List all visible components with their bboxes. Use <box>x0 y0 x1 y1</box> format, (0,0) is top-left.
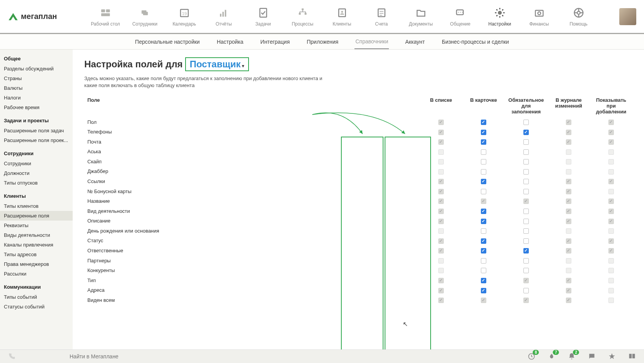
checkbox[interactable] <box>481 238 486 244</box>
topnav-8[interactable]: Документы <box>403 7 439 27</box>
sidebar-item[interactable]: Типы событий <box>0 292 73 302</box>
phone-icon[interactable] <box>8 353 15 360</box>
checkbox[interactable] <box>481 248 486 253</box>
sidebar-item[interactable]: Типы клиентов <box>0 201 73 211</box>
checkbox <box>566 298 571 303</box>
sidebar-item[interactable]: Страны <box>0 74 73 83</box>
topnav-5[interactable]: Процессы <box>285 7 320 27</box>
topnav-4[interactable]: Задачи <box>245 7 281 27</box>
checkbox[interactable] <box>481 268 486 273</box>
clock-icon[interactable]: 8 <box>527 352 536 361</box>
topnav-7[interactable]: Счета <box>364 7 399 27</box>
sidebar-item[interactable]: Налоги <box>0 93 73 103</box>
checkbox[interactable] <box>523 268 529 273</box>
topnav-0[interactable]: Рабочий стол <box>88 7 123 27</box>
logo[interactable]: мегаплан <box>8 11 57 22</box>
checkbox <box>566 199 571 204</box>
sidebar-item[interactable]: Расширенные поля <box>0 211 73 221</box>
field-name: Скайп <box>84 157 420 167</box>
checkbox[interactable] <box>481 219 486 224</box>
sidebar-item[interactable]: Сотрудники <box>0 159 73 168</box>
sidebar-item[interactable]: Виды деятельности <box>0 230 73 240</box>
topnav-icon-3 <box>218 7 230 19</box>
topnav-9[interactable]: Общение <box>443 7 478 27</box>
subnav-6[interactable]: Бизнес-процессы и сделки <box>441 35 510 49</box>
checkbox[interactable] <box>523 248 529 253</box>
checkbox <box>438 288 444 293</box>
topnav-1[interactable]: Сотрудники <box>127 7 163 27</box>
sidebar-item[interactable]: Рабочее время <box>0 103 73 112</box>
search-input[interactable] <box>70 353 186 360</box>
checkbox[interactable] <box>523 149 529 155</box>
sidebar-item[interactable]: Типы адресов <box>0 250 73 259</box>
client-type-dropdown[interactable]: Поставщик <box>185 57 249 71</box>
checkbox[interactable] <box>523 139 529 145</box>
checkbox[interactable] <box>481 209 486 214</box>
topnav-label: Календарь <box>172 21 196 27</box>
topnav-6[interactable]: Клиенты <box>324 7 360 27</box>
checkbox <box>608 179 614 184</box>
checkbox[interactable] <box>523 159 529 164</box>
checkbox[interactable] <box>523 120 529 125</box>
checkbox[interactable] <box>481 149 486 155</box>
checkbox[interactable] <box>481 288 486 293</box>
checkbox <box>566 120 571 125</box>
chat-icon[interactable] <box>588 352 596 361</box>
topnav-12[interactable]: Помощь <box>561 7 596 27</box>
bell-icon[interactable]: 2 <box>567 352 576 361</box>
subnav-2[interactable]: Интеграция <box>260 35 291 49</box>
checkbox[interactable] <box>523 189 529 194</box>
avatar[interactable] <box>619 8 636 25</box>
star-icon[interactable] <box>608 352 616 361</box>
checkbox[interactable] <box>481 139 486 145</box>
sidebar-item[interactable]: Рассылки <box>0 269 73 279</box>
checkbox[interactable] <box>481 189 486 194</box>
checkbox[interactable] <box>523 219 529 224</box>
checkbox[interactable] <box>481 258 486 264</box>
checkbox[interactable] <box>481 130 486 135</box>
sidebar-item[interactable]: Статусы событий <box>0 302 73 312</box>
fire-icon[interactable]: 7 <box>547 352 556 361</box>
sidebar-item[interactable]: Права менеджеров <box>0 259 73 269</box>
checkbox[interactable] <box>523 258 529 264</box>
sidebar-item[interactable]: Каналы привлечения <box>0 240 73 250</box>
topnav-icon-1 <box>139 7 151 19</box>
table-row: Джаббер <box>84 166 632 176</box>
checkbox[interactable] <box>481 159 486 164</box>
checkbox[interactable] <box>523 179 529 184</box>
subnav-3[interactable]: Приложения <box>306 35 339 49</box>
checkbox[interactable] <box>481 169 486 175</box>
checkbox[interactable] <box>523 288 529 293</box>
checkbox[interactable] <box>523 169 529 175</box>
checkbox <box>608 298 614 303</box>
checkbox[interactable] <box>523 238 529 244</box>
topnav-3[interactable]: Отчёты <box>206 7 242 27</box>
topnav-10[interactable]: Настройки <box>482 7 518 27</box>
checkbox[interactable] <box>523 228 529 234</box>
book-icon[interactable] <box>628 352 636 361</box>
sidebar-item[interactable]: Типы отпусков <box>0 178 73 188</box>
checkbox <box>566 288 571 293</box>
topnav-11[interactable]: Финансы <box>521 7 557 27</box>
checkbox[interactable] <box>481 228 486 234</box>
bottom-icons: 8 7 2 <box>527 352 636 361</box>
sidebar-item[interactable]: Валюты <box>0 83 73 93</box>
checkbox[interactable] <box>481 179 486 184</box>
checkbox[interactable] <box>523 130 529 135</box>
sidebar-item[interactable]: Разделы обсуждений <box>0 64 73 74</box>
checkbox[interactable] <box>481 278 486 283</box>
topnav-icon-5 <box>296 7 309 19</box>
sidebar-item[interactable]: Реквизиты <box>0 221 73 230</box>
checkbox[interactable] <box>523 209 529 214</box>
column-header: В списке <box>420 95 462 117</box>
subnav-5[interactable]: Аккаунт <box>404 35 426 49</box>
sidebar-item[interactable]: Расширенные поля проек... <box>0 135 73 145</box>
checkbox[interactable] <box>481 120 486 125</box>
topnav-2[interactable]: 19Календарь <box>167 7 202 27</box>
subnav-4[interactable]: Справочники <box>354 34 389 49</box>
checkbox <box>438 228 444 234</box>
subnav-0[interactable]: Персональные настройки <box>134 35 200 49</box>
sidebar-item[interactable]: Расширенные поля задач <box>0 126 73 135</box>
sidebar-item[interactable]: Должности <box>0 168 73 178</box>
subnav-1[interactable]: Настройка <box>216 35 244 49</box>
